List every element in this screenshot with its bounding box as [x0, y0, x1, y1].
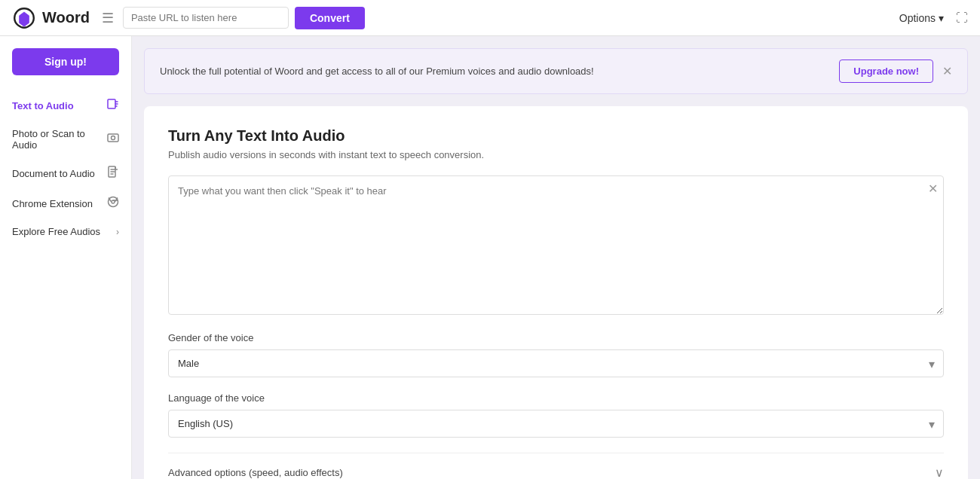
nav-label-photo-scan: Photo or Scan to Audio: [12, 128, 107, 151]
gender-label: Gender of the voice: [168, 332, 944, 343]
clear-text-button[interactable]: ✕: [928, 182, 938, 196]
options-chevron-icon: ▾: [939, 12, 944, 24]
fullscreen-icon[interactable]: ⛶: [956, 11, 968, 25]
main-content: Unlock the full potential of Woord and g…: [132, 36, 980, 479]
language-field: Language of the voice English (US) Engli…: [168, 392, 944, 438]
advanced-label: Advanced options (speed, audio effects): [168, 467, 343, 478]
hamburger-icon[interactable]: ☰: [102, 10, 114, 26]
svg-point-2: [112, 136, 115, 140]
nav-label-chrome-extension: Chrome Extension: [12, 198, 107, 209]
body: Sign up! Text to Audio Photo or Scan to …: [0, 36, 980, 479]
main-card: Turn Any Text Into Audio Publish audio v…: [144, 106, 968, 479]
advanced-section: Advanced options (speed, audio effects) …: [168, 453, 944, 479]
sidebar-item-text-to-audio[interactable]: Text to Audio: [0, 90, 131, 121]
banner-text: Unlock the full potential of Woord and g…: [160, 66, 827, 77]
app-container: Woord ☰ Convert Options ▾ ⛶ Sign up! Tex…: [0, 0, 980, 479]
advanced-header[interactable]: Advanced options (speed, audio effects) …: [168, 465, 944, 479]
sidebar-item-explore[interactable]: Explore Free Audios ›: [0, 218, 131, 245]
signup-button[interactable]: Sign up!: [12, 48, 119, 75]
sidebar: Sign up! Text to Audio Photo or Scan to …: [0, 36, 132, 479]
text-input-wrapper: ✕: [168, 175, 944, 317]
page-subtitle: Publish audio versions in seconds with i…: [168, 149, 944, 160]
svg-rect-1: [108, 134, 118, 142]
nav-label-text-to-audio: Text to Audio: [12, 100, 107, 111]
language-select-wrapper: English (US) English (UK) Spanish French…: [168, 410, 944, 438]
language-select[interactable]: English (US) English (UK) Spanish French…: [168, 410, 944, 438]
document-icon: [107, 166, 119, 181]
svg-rect-0: [108, 99, 115, 108]
nav-label-document: Document to Audio: [12, 168, 107, 179]
nav-label-explore: Explore Free Audios: [12, 226, 116, 237]
logo-icon: [12, 6, 36, 30]
sidebar-item-photo-scan[interactable]: Photo or Scan to Audio: [0, 121, 131, 158]
sidebar-item-chrome-extension[interactable]: Chrome Extension: [0, 188, 131, 218]
gender-field: Gender of the voice Male Female ▾: [168, 332, 944, 377]
url-input[interactable]: [123, 7, 289, 29]
gender-select-wrapper: Male Female ▾: [168, 349, 944, 377]
logo-text: Woord: [42, 9, 90, 26]
convert-button[interactable]: Convert: [295, 7, 365, 29]
chrome-extension-icon: [107, 196, 119, 211]
banner-close-button[interactable]: ✕: [942, 64, 952, 78]
header: Woord ☰ Convert Options ▾ ⛶: [0, 0, 980, 36]
options-button[interactable]: Options ▾: [899, 12, 944, 24]
options-label: Options: [899, 12, 936, 24]
text-to-audio-icon: [107, 98, 119, 113]
page-title: Turn Any Text Into Audio: [168, 127, 944, 145]
upgrade-button[interactable]: Upgrade now!: [839, 59, 933, 83]
photo-scan-icon: [107, 132, 119, 147]
gender-select[interactable]: Male Female: [168, 349, 944, 377]
language-label: Language of the voice: [168, 392, 944, 404]
logo: Woord: [12, 6, 90, 30]
text-input[interactable]: [168, 175, 944, 315]
upgrade-banner: Unlock the full potential of Woord and g…: [144, 48, 968, 94]
header-right: Options ▾ ⛶: [899, 11, 968, 25]
advanced-chevron-icon: ∨: [935, 465, 944, 479]
sidebar-item-document[interactable]: Document to Audio: [0, 158, 131, 188]
explore-chevron-icon: ›: [116, 227, 119, 237]
